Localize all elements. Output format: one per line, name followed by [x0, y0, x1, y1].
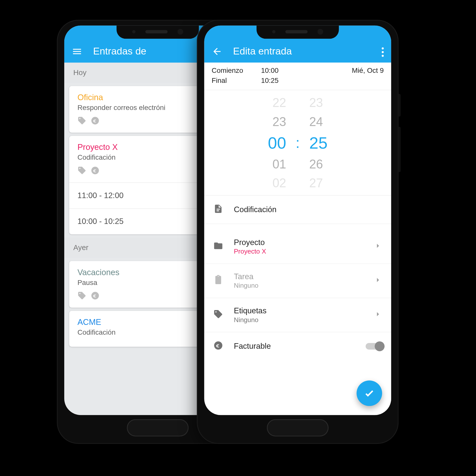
- euro-icon: [91, 291, 100, 302]
- project-value: Proyecto X: [234, 248, 363, 255]
- picker-hour[interactable]: 22: [272, 96, 286, 110]
- picker-hour[interactable]: 01: [272, 157, 286, 171]
- appbar-title: Edita entrada: [233, 45, 371, 57]
- phone-right: Edita entrada Comienzo 10:00 Mié, Oct 9 …: [197, 20, 399, 444]
- end-time[interactable]: 10:25: [261, 77, 279, 85]
- tag-icon: [213, 309, 223, 321]
- billable-label: Facturable: [234, 342, 355, 351]
- confirm-fab[interactable]: [356, 380, 382, 406]
- billable-switch[interactable]: [366, 343, 382, 349]
- description-value: Codificación: [234, 205, 382, 214]
- picker-minute-selected[interactable]: 25: [309, 134, 328, 152]
- task-row[interactable]: Tarea Ninguno: [204, 264, 391, 298]
- picker-minute[interactable]: 24: [309, 115, 323, 129]
- task-label: Tarea: [234, 272, 363, 281]
- project-label: Proyecto: [234, 238, 363, 247]
- home-button[interactable]: [127, 419, 189, 437]
- tag-icon: [77, 116, 86, 127]
- power-button: [399, 94, 401, 116]
- entry-date[interactable]: Mié, Oct 9: [352, 67, 384, 75]
- notch: [257, 26, 339, 39]
- chevron-right-icon: [374, 242, 382, 252]
- picker-hour-selected[interactable]: 00: [268, 134, 286, 152]
- start-time[interactable]: 10:00: [261, 67, 279, 75]
- notch: [116, 26, 199, 39]
- picker-minute[interactable]: 27: [309, 176, 323, 190]
- end-label: Final: [212, 77, 251, 85]
- picker-minute[interactable]: 26: [309, 157, 323, 171]
- clipboard-icon: [213, 275, 223, 287]
- task-value: Ninguno: [234, 282, 363, 289]
- tag-icon: [77, 291, 86, 302]
- more-icon[interactable]: [382, 47, 384, 57]
- duration-picker[interactable]: 22 23 23 24 00 25 : 01 26: [204, 90, 391, 196]
- chevron-right-icon: [374, 276, 382, 286]
- volume-button: [399, 127, 401, 172]
- tags-label: Etiquetas: [234, 306, 363, 315]
- description-row[interactable]: Codificación: [204, 196, 391, 224]
- tags-value: Ninguno: [234, 316, 363, 324]
- picker-hour[interactable]: 23: [272, 115, 286, 129]
- picker-hour[interactable]: 02: [272, 176, 286, 190]
- euro-icon: [91, 116, 100, 127]
- back-icon[interactable]: [212, 46, 222, 57]
- start-label: Comienzo: [212, 67, 251, 75]
- picker-colon: :: [296, 134, 300, 151]
- hamburger-icon[interactable]: [72, 46, 82, 57]
- folder-icon: [213, 241, 223, 252]
- chevron-right-icon: [374, 310, 382, 320]
- home-button[interactable]: [267, 419, 329, 437]
- tags-row[interactable]: Etiquetas Ninguno: [204, 298, 391, 332]
- euro-icon: [213, 340, 223, 352]
- euro-icon: [91, 166, 100, 177]
- time-summary: Comienzo 10:00 Mié, Oct 9 Final 10:25: [204, 63, 391, 90]
- tag-icon: [77, 166, 86, 177]
- description-icon: [213, 204, 223, 215]
- picker-minute[interactable]: 23: [309, 96, 323, 110]
- project-row[interactable]: Proyecto Proyecto X: [204, 230, 391, 264]
- billable-row[interactable]: Facturable: [204, 332, 391, 361]
